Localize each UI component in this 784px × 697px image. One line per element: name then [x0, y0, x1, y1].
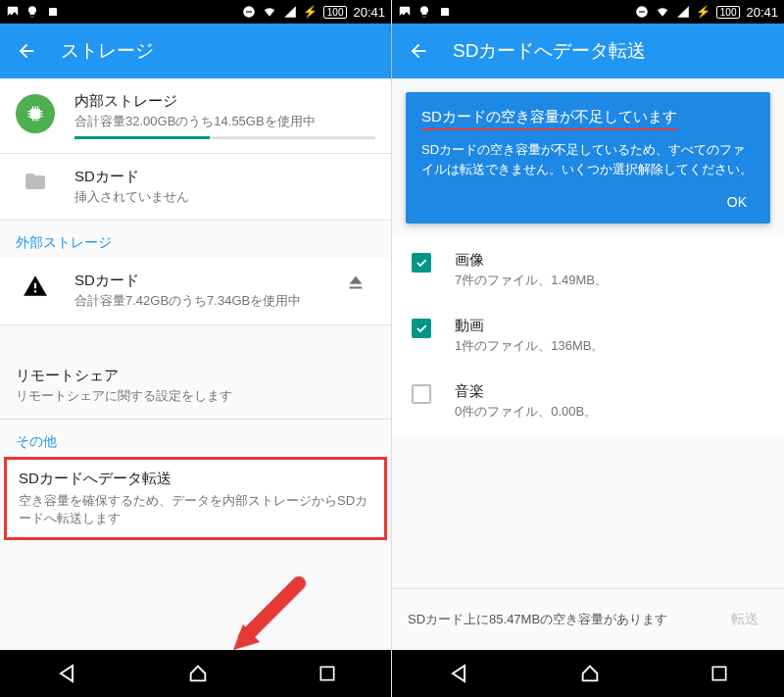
checkbox-on-icon[interactable]: [412, 319, 431, 338]
annotation-arrow: [225, 573, 314, 650]
wifi-icon: [262, 5, 277, 19]
transfer-button[interactable]: 転送: [721, 605, 768, 634]
bulb-icon: [25, 5, 39, 19]
app-bar: SDカードへデータ転送: [392, 24, 784, 78]
item-videos[interactable]: 動画 1件のファイル、136MB。: [392, 303, 784, 369]
internal-storage-row[interactable]: 内部ストレージ 合計容量32.00GBのうち14.55GBを使用中: [0, 78, 391, 153]
signal-icon: [676, 5, 690, 19]
item-images[interactable]: 画像 7件のファイル、1.49MB。: [392, 237, 784, 303]
chip-icon: [16, 94, 55, 133]
item-title: 画像: [455, 251, 764, 270]
svg-rect-2: [30, 109, 40, 119]
page-title: ストレージ: [61, 38, 154, 64]
signal-icon: [283, 5, 297, 19]
item-title: 音楽: [455, 382, 764, 401]
svg-rect-3: [320, 667, 333, 679]
back-icon[interactable]: [408, 40, 429, 62]
content-area: 内部ストレージ 合計容量32.00GBのうち14.55GBを使用中 SDカード …: [0, 78, 391, 650]
footer: SDカード上に85.47MBの空き容量があります 転送: [392, 588, 784, 650]
status-bar: ⚡ 100 20:41: [392, 0, 784, 24]
sd-missing-row[interactable]: SDカード 挿入されていません: [0, 154, 391, 220]
svg-rect-6: [713, 667, 726, 679]
folder-icon: [22, 170, 49, 193]
internal-progress: [74, 136, 375, 139]
footer-text: SDカード上に85.47MBの空き容量があります: [408, 611, 721, 628]
page-title: SDカードへデータ転送: [453, 38, 646, 64]
svg-rect-1: [246, 11, 252, 12]
remote-sub: リモートシェアに関する設定をします: [0, 387, 391, 419]
sd-missing-sub: 挿入されていません: [74, 188, 375, 206]
wifi-icon: [655, 5, 670, 19]
item-music[interactable]: 音楽 0件のファイル、0.00B。: [392, 369, 784, 434]
android-icon: [45, 4, 61, 20]
alert-card: SDカードの空き容量が不足しています SDカードの空き容量が不足しているため、す…: [406, 92, 770, 224]
item-sub: 7件のファイル、1.49MB。: [455, 272, 764, 289]
item-title: 動画: [455, 317, 764, 335]
alert-title: SDカードの空き容量が不足しています: [421, 108, 677, 130]
clock: 20:41: [746, 5, 778, 20]
nav-home-icon[interactable]: [187, 663, 209, 684]
nav-bar: [0, 650, 391, 697]
checkbox-off-icon[interactable]: [412, 384, 431, 404]
battery-indicator: 100: [716, 6, 741, 19]
screen-storage: ⚡ 100 20:41 ストレージ 内部ストレージ 合計容量32.00GBのうち…: [0, 0, 392, 697]
item-sub: 0件のファイル、0.00B。: [455, 403, 764, 421]
sd-ext-sub: 合計容量7.42GBのうち7.34GBを使用中: [74, 292, 317, 310]
alert-body: SDカードの空き容量が不足しているため、すべてのファイルは転送できません。いくつ…: [421, 140, 755, 178]
item-sub: 1件のファイル、136MB。: [455, 337, 764, 355]
sd-ext-title: SDカード: [74, 272, 317, 290]
alert-ok-button[interactable]: OK: [719, 188, 755, 216]
transfer-sub: 空き容量を確保するため、データを内部ストレージからSDカードへ転送します: [7, 492, 384, 537]
nav-recent-icon[interactable]: [710, 664, 729, 683]
internal-sub: 合計容量32.00GBのうち14.55GBを使用中: [74, 113, 375, 130]
battery-indicator: 100: [323, 6, 348, 19]
dnd-icon: [635, 5, 649, 19]
internal-title: 内部ストレージ: [74, 92, 375, 111]
nav-bar: [392, 650, 784, 697]
nav-back-icon[interactable]: [55, 662, 78, 685]
transfer-row-highlight[interactable]: SDカードへデータ転送 空き容量を確保するため、データを内部ストレージからSDカ…: [4, 457, 387, 540]
content-area: SDカードの空き容量が不足しています SDカードの空き容量が不足しているため、す…: [392, 78, 784, 650]
external-label: 外部ストレージ: [0, 221, 391, 258]
sd-missing-title: SDカード: [74, 168, 375, 186]
status-bar: ⚡ 100 20:41: [0, 0, 391, 24]
android-icon: [437, 4, 453, 20]
checkbox-on-icon[interactable]: [412, 253, 431, 273]
charge-icon: ⚡: [303, 5, 318, 19]
clock: 20:41: [353, 5, 385, 20]
screen-transfer: ⚡ 100 20:41 SDカードへデータ転送 SDカードの空き容量が不足してい…: [392, 0, 784, 697]
app-bar: ストレージ: [0, 24, 391, 78]
remote-title[interactable]: リモートシェア: [0, 353, 391, 387]
image-icon: [398, 5, 412, 19]
nav-recent-icon[interactable]: [318, 664, 337, 683]
bulb-icon: [417, 5, 431, 19]
transfer-title: SDカードへデータ転送: [7, 460, 384, 490]
other-label: その他: [0, 420, 391, 457]
nav-back-icon[interactable]: [447, 662, 470, 685]
dnd-icon: [242, 5, 256, 19]
image-icon: [6, 5, 20, 19]
eject-icon[interactable]: [345, 272, 367, 293]
sd-external-row[interactable]: SDカード 合計容量7.42GBのうち7.34GBを使用中: [0, 258, 391, 324]
nav-home-icon[interactable]: [579, 663, 601, 684]
svg-rect-5: [639, 11, 645, 12]
charge-icon: ⚡: [696, 5, 710, 19]
warning-icon: [23, 274, 48, 299]
back-icon[interactable]: [16, 40, 37, 62]
